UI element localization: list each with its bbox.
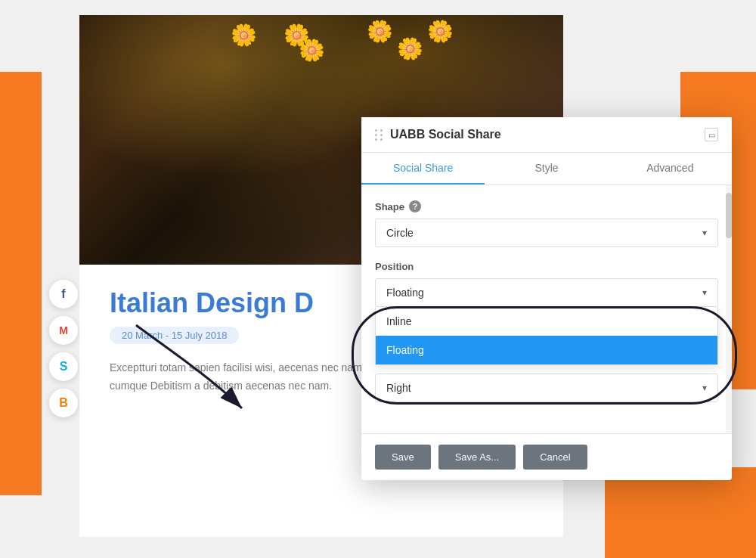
flower-light-4: 🌼 bbox=[427, 19, 454, 44]
position-dropdown-chevron: ▾ bbox=[702, 287, 707, 298]
right-dropdown-value: Right bbox=[386, 382, 411, 394]
position-dropdown[interactable]: Floating ▾ bbox=[375, 278, 718, 307]
flower-light-5: 🌼 bbox=[299, 38, 325, 63]
orange-bar-left bbox=[0, 72, 42, 495]
save-button[interactable]: Save bbox=[375, 445, 431, 470]
right-dropdown-chevron: ▾ bbox=[702, 383, 707, 393]
page-date: 20 March - 15 July 2018 bbox=[110, 327, 239, 344]
shape-dropdown-chevron: ▾ bbox=[702, 228, 707, 238]
shape-dropdown-value: Circle bbox=[386, 227, 414, 239]
flower-light-6: 🌼 bbox=[397, 36, 423, 61]
tab-style[interactable]: Style bbox=[485, 153, 608, 184]
cancel-button[interactable]: Cancel bbox=[523, 445, 587, 470]
dropdown-option-floating[interactable]: Floating bbox=[376, 336, 717, 364]
dialog-body: Shape ? Circle ▾ Position Floating ▾ Inl… bbox=[361, 185, 732, 433]
social-icon-gmail[interactable]: M bbox=[49, 316, 78, 345]
social-icon-skype[interactable]: S bbox=[49, 352, 78, 381]
tab-advanced[interactable]: Advanced bbox=[609, 153, 732, 184]
dialog-title: UABB Social Share bbox=[390, 128, 501, 141]
dialog-header: UABB Social Share ▭ bbox=[361, 117, 732, 153]
dialog-header-left: UABB Social Share bbox=[375, 128, 501, 141]
position-dropdown-container: Floating ▾ Inline Floating bbox=[375, 278, 718, 307]
shape-help-icon[interactable]: ? bbox=[409, 200, 421, 212]
position-field-label: Position bbox=[375, 261, 718, 272]
dialog-tabs: Social Share Style Advanced bbox=[361, 153, 732, 185]
save-as-button[interactable]: Save As... bbox=[438, 445, 516, 470]
right-dropdown[interactable]: Right ▾ bbox=[375, 374, 718, 402]
position-dropdown-menu: Inline Floating bbox=[375, 307, 718, 365]
shape-dropdown[interactable]: Circle ▾ bbox=[375, 219, 718, 247]
social-icon-blogger[interactable]: B bbox=[49, 389, 78, 417]
tab-social-share[interactable]: Social Share bbox=[361, 153, 485, 184]
dialog-minimize-button[interactable]: ▭ bbox=[705, 128, 718, 141]
flower-light-3: 🌼 bbox=[367, 19, 393, 44]
dialog-scrollbar-thumb[interactable] bbox=[726, 193, 732, 238]
orange-bar-bottom-right bbox=[605, 467, 756, 558]
dialog: UABB Social Share ▭ Social Share Style A… bbox=[361, 117, 732, 480]
right-field-container: Right ▾ bbox=[375, 374, 718, 402]
shape-field-label: Shape ? bbox=[375, 200, 718, 212]
flower-light-1: 🌼 bbox=[231, 23, 257, 48]
social-icons-list: f M S B bbox=[49, 280, 78, 417]
position-dropdown-value: Floating bbox=[386, 287, 424, 299]
drag-handle bbox=[375, 129, 383, 141]
dialog-footer: Save Save As... Cancel bbox=[361, 433, 732, 480]
social-icon-facebook[interactable]: f bbox=[49, 280, 78, 308]
dropdown-option-inline[interactable]: Inline bbox=[376, 307, 717, 336]
dialog-scrollbar[interactable] bbox=[726, 185, 732, 433]
